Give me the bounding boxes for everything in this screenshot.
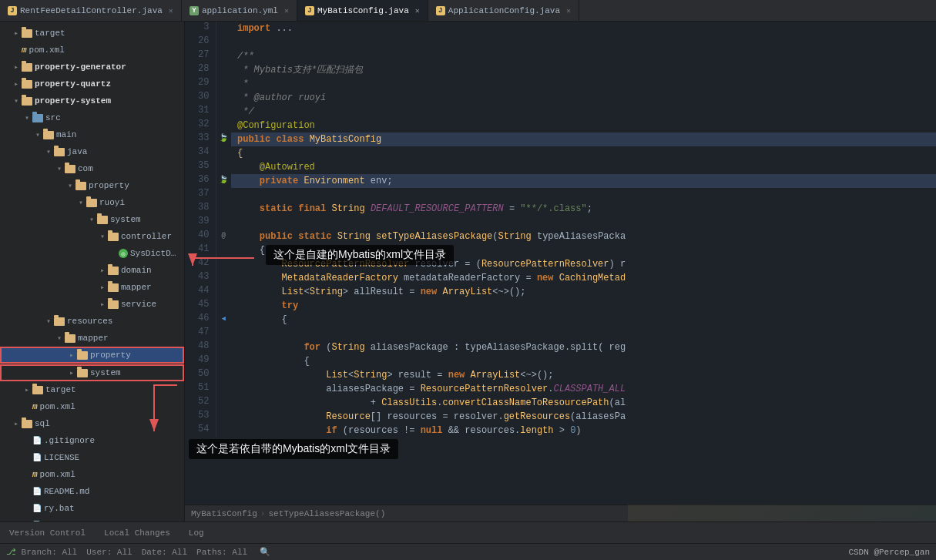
label-resources: resources: [67, 317, 112, 326]
arrow-prop-system: [11, 96, 22, 106]
label-src: src: [45, 113, 61, 122]
tree-item-property-folder[interactable]: property: [0, 177, 184, 194]
folder-icon-mapper-res: [65, 334, 75, 343]
gutter-marker-46: ◀: [222, 315, 226, 323]
tree-item-java[interactable]: java: [0, 143, 184, 160]
git-icon: ⎇: [6, 548, 16, 557]
tree-item-prop-system[interactable]: property-system: [0, 92, 184, 109]
tree-item-gitignore[interactable]: 📄 .gitignore: [0, 432, 184, 449]
line-46: 46 ◀ {: [185, 313, 936, 327]
label-rysh: ry.sh: [44, 521, 69, 521]
maven-icon-pom1: m: [22, 45, 27, 55]
label-prop-quartz: property-quartz: [35, 79, 111, 89]
label-service: service: [121, 300, 156, 309]
tree-item-com[interactable]: com: [0, 160, 184, 177]
bottom-tab-lc[interactable]: Local Changes: [101, 527, 173, 539]
java-icon: J: [8, 6, 17, 15]
tree-item-prop-quartz[interactable]: property-quartz: [0, 75, 184, 92]
code-table: 3 import ... 26 27 /**: [185, 22, 936, 438]
tab-mybatis[interactable]: J MyBatisConfig.java ✕: [297, 0, 428, 21]
tree-item-readme[interactable]: 📄 README.md: [0, 483, 184, 500]
arrow-domain: [97, 266, 108, 275]
line-54: 54 if (resources != null && resources.le…: [185, 424, 936, 438]
tree-item-mapper-java[interactable]: mapper: [0, 279, 184, 296]
tree-item-service[interactable]: service: [0, 296, 184, 313]
tab-mybatis-close[interactable]: ✕: [415, 6, 420, 15]
folder-icon-controller: [108, 233, 119, 241]
folder-icon-domain: [108, 267, 119, 275]
tree-item-target2[interactable]: target: [0, 381, 184, 398]
editor-area: 3 import ... 26 27 /**: [185, 22, 936, 521]
tab-app-close[interactable]: ✕: [284, 6, 289, 15]
search-icon[interactable]: 🔍: [260, 547, 270, 557]
folder-icon-main: [43, 131, 54, 139]
sidebar[interactable]: target m pom.xml property-generator prop…: [0, 22, 185, 521]
bottom-tab-log[interactable]: Log: [186, 527, 207, 539]
label-property-res: property: [90, 350, 131, 360]
label-domain: domain: [121, 266, 152, 275]
line-3: 3 import ...: [185, 22, 936, 35]
arrow-property-res: [66, 350, 77, 360]
file-icon-readme: 📄: [32, 487, 42, 496]
line-47: 47: [185, 327, 936, 340]
tree-item-sysdict[interactable]: ◎ SysDictDataController: [0, 245, 184, 262]
line-39: 39: [185, 216, 936, 230]
line-33: 33 🍃 public class MyBatisConfig: [185, 132, 936, 146]
bottom-panel: Version Control Local Changes Log: [0, 521, 936, 543]
breadcrumb-file: MyBatisConfig: [191, 509, 257, 518]
line-37: 37: [185, 188, 936, 202]
label-pom1: pom.xml: [29, 45, 65, 55]
arrow-system-folder: [86, 215, 97, 224]
tree-item-target1[interactable]: target: [0, 25, 184, 42]
tree-item-system-res[interactable]: system: [0, 364, 184, 381]
bottom-tab-vc[interactable]: Version Control: [6, 527, 89, 539]
line-53: 53 Resource[] resources = resolver.getRe…: [185, 410, 936, 424]
tab-rent-close[interactable]: ✕: [169, 6, 173, 15]
tree-item-pom1[interactable]: m pom.xml: [0, 42, 184, 59]
breadcrumb-method: setTypeAliasesPackage(): [268, 509, 385, 518]
tree-item-prop-gen[interactable]: property-generator: [0, 59, 184, 75]
tab-appconfig-label: ApplicationConfig.java: [448, 6, 560, 15]
tab-rent[interactable]: J RentFeeDetailController.java ✕: [0, 0, 182, 21]
folder-icon-ruoyi: [86, 199, 97, 207]
code-editor[interactable]: 3 import ... 26 27 /**: [185, 22, 936, 505]
tree-item-sql[interactable]: sql: [0, 415, 184, 432]
tree-item-rysh[interactable]: 📄 ry.sh: [0, 517, 184, 521]
label-target2: target: [45, 385, 76, 394]
tree-item-main[interactable]: main: [0, 126, 184, 143]
user-info: User: All: [86, 548, 132, 557]
status-bar: ⎇ Branch: All User: All Date: All Paths:…: [0, 543, 936, 560]
tab-rent-label: RentFeeDetailController.java: [20, 6, 163, 15]
line-48: 48 for (String aliasesPackage : typeAlia…: [185, 340, 936, 354]
tree-item-pom3[interactable]: m pom.xml: [0, 466, 184, 483]
arrow-mapper-res: [54, 334, 65, 343]
tab-appconfig[interactable]: J ApplicationConfig.java ✕: [428, 0, 579, 21]
line-32: 32 @Configuration: [185, 119, 936, 132]
editor-breadcrumb: MyBatisConfig › setTypeAliasesPackage(): [185, 505, 936, 521]
folder-icon-target1: [22, 29, 32, 38]
tab-app[interactable]: Y application.yml ✕: [182, 0, 297, 21]
tree-item-system-folder[interactable]: system: [0, 211, 184, 228]
arrow-service: [97, 300, 108, 309]
tree-item-mapper-res[interactable]: mapper: [0, 330, 184, 347]
csdn-label: CSDN @Percep_gan: [848, 548, 930, 557]
gutter-bookmark-40: @: [222, 232, 226, 240]
folder-icon-src: [32, 114, 43, 122]
tree-item-domain[interactable]: domain: [0, 262, 184, 279]
tree-item-ruoyi[interactable]: ruoyi: [0, 194, 184, 211]
tree-item-pom2[interactable]: m pom.xml: [0, 398, 184, 415]
tree-item-license[interactable]: 📄 LICENSE: [0, 449, 184, 466]
tree-item-src[interactable]: src: [0, 109, 184, 126]
tree-item-rybat[interactable]: 📄 ry.bat: [0, 500, 184, 517]
tree-item-property-res[interactable]: property: [0, 347, 184, 364]
mybatis-tab-icon: J: [305, 6, 314, 15]
folder-icon-sql: [22, 420, 32, 428]
folder-icon-property-res: [77, 351, 88, 360]
tab-appconfig-close[interactable]: ✕: [566, 6, 571, 15]
tree-item-controller[interactable]: controller: [0, 228, 184, 245]
line-29: 29 *: [185, 77, 936, 91]
arrow-controller: [97, 232, 108, 241]
branch-info: ⎇ Branch: All: [6, 547, 77, 557]
line-49: 49 {: [185, 354, 936, 368]
tree-item-resources[interactable]: resources: [0, 313, 184, 330]
